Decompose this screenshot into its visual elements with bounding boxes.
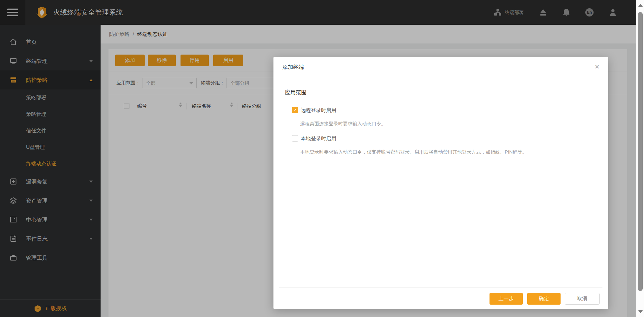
- page-scrollbar: [636, 0, 644, 317]
- add-terminal-modal: 添加终端 ✕ 应用范围 ✓ 远程登录时启用 远程桌面连接登录时要求输入动态口令。…: [273, 57, 608, 309]
- scroll-up-arrow-icon[interactable]: [638, 4, 643, 7]
- previous-step-button[interactable]: 上一步: [490, 293, 523, 305]
- modal-title: 添加终端: [282, 57, 304, 77]
- close-icon[interactable]: ✕: [593, 63, 601, 71]
- scroll-down-arrow-icon[interactable]: [638, 310, 643, 313]
- remote-login-desc: 远程桌面连接登录时要求输入动态口令。: [300, 121, 386, 127]
- modal-header: 添加终端 ✕: [273, 57, 608, 77]
- remote-login-checkbox[interactable]: ✓: [292, 107, 298, 113]
- local-login-desc: 本地登录时要求输入动态口令，仅支持账号密码登录。启用后将自动禁用其他登录方式，如…: [300, 149, 527, 155]
- remote-login-label[interactable]: 远程登录时启用: [301, 107, 336, 114]
- scrollbar-thumb[interactable]: [638, 12, 643, 291]
- confirm-button[interactable]: 确定: [527, 293, 561, 305]
- modal-footer-divider: [279, 287, 602, 287]
- local-login-checkbox[interactable]: [292, 135, 298, 142]
- local-login-label[interactable]: 本地登录时启用: [301, 135, 336, 142]
- cancel-button[interactable]: 取消: [565, 293, 600, 305]
- modal-section-title: 应用范围: [285, 89, 306, 96]
- app-root: 火绒终端安全管理系统 终端部署: [0, 0, 644, 317]
